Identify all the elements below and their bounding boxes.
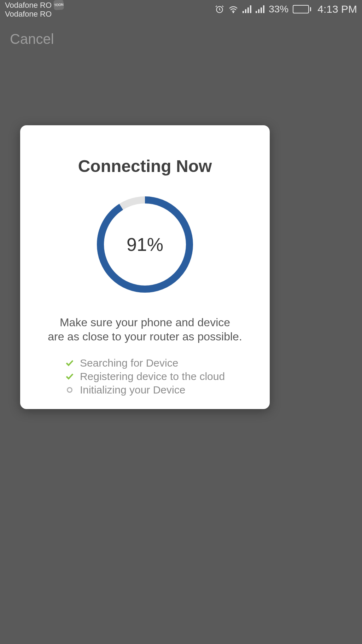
carrier-2-label: Vodafone RO (5, 10, 64, 18)
step-row: Registering device to the cloud (65, 370, 225, 383)
svg-point-1 (233, 12, 234, 13)
carrier-1-label: Vodafone RO (5, 1, 52, 9)
steps-list: Searching for Device Registering device … (65, 357, 225, 396)
progress-ring: 91% (97, 196, 193, 293)
wifi-icon (228, 5, 238, 13)
step-label: Initializing your Device (80, 384, 185, 396)
check-icon (65, 360, 74, 366)
signal-2-icon (256, 5, 264, 13)
modal-title: Connecting Now (78, 156, 212, 176)
status-carriers: Vodafone RO TOON Vodafone RO (5, 0, 64, 18)
step-row: Searching for Device (65, 357, 225, 369)
cancel-button[interactable]: Cancel (10, 31, 54, 47)
pending-icon (65, 387, 74, 393)
progress-percent-label: 91% (97, 196, 193, 293)
clock: 4:13 PM (317, 3, 357, 15)
background-header: Cancel (0, 25, 64, 53)
step-row: Initializing your Device (65, 384, 225, 396)
step-label: Registering device to the cloud (80, 370, 225, 383)
status-right: 33% 4:13 PM (215, 3, 357, 15)
alarm-icon (215, 5, 224, 14)
battery-icon (293, 5, 311, 13)
hint-text: Make sure your phone and device are as c… (48, 315, 242, 344)
toon-blast-icon: TOON (53, 0, 64, 10)
hint-line-1: Make sure your phone and device (48, 315, 242, 329)
battery-percent: 33% (269, 4, 288, 15)
hint-line-2: are as close to your router as possible. (48, 329, 242, 344)
signal-1-icon (243, 5, 251, 13)
step-label: Searching for Device (80, 357, 178, 369)
check-icon (65, 373, 74, 380)
status-bar: Vodafone RO TOON Vodafone RO 33% 4:13 PM (0, 0, 362, 18)
connecting-modal: Connecting Now 91% Make sure your phone … (20, 125, 270, 409)
